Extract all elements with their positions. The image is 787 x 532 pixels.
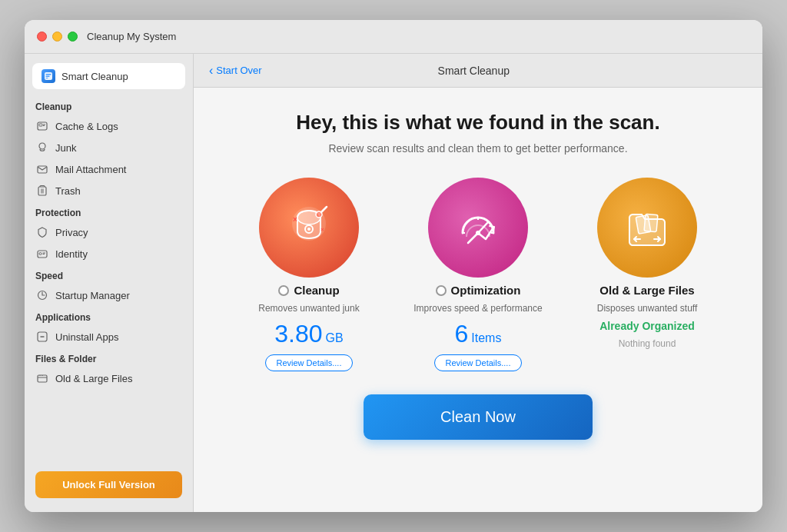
back-label: Start Over <box>216 65 261 76</box>
files-card-desc: Disposes unwanted stuff <box>597 303 698 314</box>
speed-section-header: Speed <box>25 264 193 284</box>
sidebar-item-large-files[interactable]: Old & Large Files <box>25 367 193 389</box>
main-toolbar: ‹ Start Over Smart Cleanup <box>194 54 762 88</box>
cleanup-review-button[interactable]: Review Details.... <box>265 354 354 371</box>
optimization-icon-circle <box>428 178 528 278</box>
files-section-header: Files & Folder <box>25 347 193 367</box>
svg-rect-10 <box>38 187 46 195</box>
main-headline: Hey, this is what we found in the scan. <box>296 111 659 135</box>
smart-cleanup-icon <box>42 69 55 83</box>
applications-section-header: Applications <box>25 306 193 326</box>
sidebar: Smart Cleanup Cleanup Cache & Logs <box>25 54 194 512</box>
large-files-icon <box>35 371 49 385</box>
sidebar-item-uninstall[interactable]: Uninstall Apps <box>25 326 193 347</box>
cache-logs-label: Cache & Logs <box>55 121 118 132</box>
cleanup-radio-row: Cleanup <box>278 284 339 297</box>
svg-rect-3 <box>46 78 48 78</box>
unlock-full-version-button[interactable]: Unlock Full Version <box>35 471 182 498</box>
svg-rect-36 <box>644 214 658 231</box>
content-area: Smart Cleanup Cleanup Cache & Logs <box>25 54 762 512</box>
optimization-card-title: Optimization <box>451 284 521 297</box>
svg-rect-5 <box>39 124 42 126</box>
close-button[interactable] <box>37 32 47 42</box>
files-card-title: Old & Large Files <box>599 284 694 297</box>
back-button[interactable]: ‹ Start Over <box>209 64 262 78</box>
toolbar-title: Smart Cleanup <box>277 65 670 77</box>
app-name: Cleanup My System <box>87 31 176 42</box>
optimization-value: 6 Items <box>455 320 502 348</box>
titlebar: Cleanup My System <box>25 20 762 54</box>
cleanup-section-header: Cleanup <box>25 95 193 115</box>
sidebar-item-identity[interactable]: Identity <box>25 243 193 264</box>
main-content: Hey, this is what we found in the scan. … <box>194 88 762 512</box>
trash-label: Trash <box>55 185 81 197</box>
svg-text:×: × <box>320 226 324 233</box>
already-organized-text: Already Organized <box>599 320 695 332</box>
svg-rect-14 <box>39 253 42 255</box>
sidebar-item-trash[interactable]: Trash <box>25 180 193 201</box>
startup-label: Startup Manager <box>55 290 130 301</box>
sidebar-item-junk[interactable]: Junk <box>25 137 193 158</box>
mail-icon <box>35 162 49 176</box>
optimization-radio-row: Optimization <box>436 284 521 297</box>
cleanup-radio[interactable] <box>278 285 289 296</box>
optimization-radio[interactable] <box>436 285 447 296</box>
privacy-icon <box>35 225 49 239</box>
uninstall-label: Uninstall Apps <box>55 331 118 343</box>
privacy-label: Privacy <box>55 227 88 238</box>
nothing-found-text: Nothing found <box>619 338 676 349</box>
large-files-label: Old & Large Files <box>55 373 132 384</box>
cleanup-icon: × × <box>282 201 336 254</box>
app-window: Cleanup My System Smart Cleanup Cleanup <box>25 20 762 512</box>
sidebar-item-mail[interactable]: Mail Attachment <box>25 158 193 180</box>
sidebar-item-startup[interactable]: Startup Manager <box>25 284 193 306</box>
optimization-review-button[interactable]: Review Details.... <box>434 354 523 371</box>
optimization-card-desc: Improves speed & performance <box>413 303 542 314</box>
trash-icon <box>35 184 49 198</box>
main-area: ‹ Start Over Smart Cleanup Hey, this is … <box>194 54 762 512</box>
cleanup-unit: GB <box>326 331 344 345</box>
junk-icon <box>35 141 49 155</box>
optimization-card: Optimization Improves speed & performanc… <box>401 178 555 371</box>
sidebar-item-cache-logs[interactable]: Cache & Logs <box>25 115 193 137</box>
startup-icon <box>35 288 49 302</box>
fullscreen-button[interactable] <box>68 32 78 42</box>
identity-label: Identity <box>55 248 88 260</box>
smart-cleanup-label: Smart Cleanup <box>61 71 128 82</box>
cleanup-card-title: Cleanup <box>294 284 339 297</box>
main-subtitle: Review scan results and clean them to ge… <box>328 142 627 155</box>
cleanup-number: 3.80 <box>274 320 322 348</box>
svg-point-26 <box>307 228 310 231</box>
sidebar-item-smart-cleanup[interactable]: Smart Cleanup <box>32 63 185 89</box>
identity-icon <box>35 247 49 261</box>
junk-label: Junk <box>55 142 76 154</box>
svg-text:×: × <box>293 215 297 224</box>
svg-point-8 <box>39 143 45 149</box>
chevron-left-icon: ‹ <box>209 64 213 78</box>
optimization-number: 6 <box>455 320 469 348</box>
cache-icon <box>35 119 49 133</box>
traffic-lights <box>37 32 78 42</box>
uninstall-icon <box>35 330 49 344</box>
svg-rect-20 <box>38 375 47 382</box>
cleanup-icon-circle: × × <box>259 178 359 278</box>
optimization-unit: Items <box>471 331 501 345</box>
minimize-button[interactable] <box>52 32 62 42</box>
cleanup-value: 3.80 GB <box>274 320 343 348</box>
cards-row: × × Cleanup Removes unwanted junk 3.80 <box>224 178 732 371</box>
sidebar-item-privacy[interactable]: Privacy <box>25 221 193 243</box>
files-icon-circle <box>597 178 697 278</box>
files-icon <box>620 201 674 254</box>
cleanup-card: × × Cleanup Removes unwanted junk 3.80 <box>232 178 386 371</box>
svg-point-27 <box>316 211 322 218</box>
clean-now-button[interactable]: Clean Now <box>364 394 593 440</box>
mail-label: Mail Attachment <box>55 164 127 175</box>
svg-rect-2 <box>46 76 50 78</box>
svg-rect-1 <box>46 74 51 75</box>
cleanup-card-desc: Removes unwanted junk <box>258 303 359 314</box>
protection-section-header: Protection <box>25 201 193 221</box>
old-large-files-card: Old & Large Files Disposes unwanted stuf… <box>570 178 724 349</box>
optimization-icon <box>451 201 505 254</box>
